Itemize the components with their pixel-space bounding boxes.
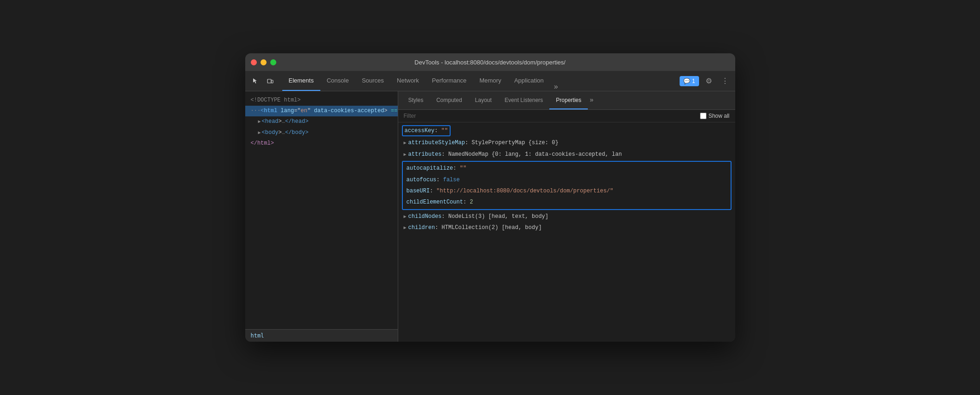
prop-access-key[interactable]: accessKey: "": [398, 124, 735, 137]
tab-network[interactable]: Network: [390, 71, 426, 91]
tab-overflow[interactable]: »: [550, 83, 562, 91]
access-key-highlight: accessKey: "": [402, 125, 451, 136]
left-panel: <!DOCTYPE html> ···<html lang="en" data-…: [245, 91, 398, 342]
breadcrumb-bar: html: [245, 329, 398, 342]
maximize-button[interactable]: [270, 59, 276, 65]
cursor-icon: [252, 77, 259, 85]
filter-bar: Show all: [398, 110, 735, 122]
prop-child-element-count[interactable]: childElementCount: 2: [405, 197, 729, 208]
tab-performance[interactable]: Performance: [426, 71, 473, 91]
sub-tab-list: Styles Computed Layout Event Listeners P…: [398, 91, 735, 110]
filter-input[interactable]: [404, 113, 697, 119]
devtools-toolbar: Elements Console Sources Network Perform…: [245, 71, 735, 91]
devtools-window: DevTools - localhost:8080/docs/devtools/…: [245, 53, 735, 342]
right-panel: Styles Computed Layout Event Listeners P…: [398, 91, 735, 342]
toolbar-right: 💬 1 ⚙ ⋮: [680, 75, 732, 87]
prop-attributes[interactable]: ▶attributes: NamedNodeMap {0: lang, 1: d…: [398, 149, 735, 160]
notification-button[interactable]: 💬 1: [680, 76, 699, 86]
props-content: accessKey: "" ▶attributeStyleMap: StyleP…: [398, 122, 735, 342]
prop-baseuri[interactable]: baseURI: "http://localhost:8080/docs/dev…: [405, 185, 729, 197]
device-icon-btn[interactable]: [264, 75, 277, 88]
main-tab-list: Elements Console Sources Network Perform…: [282, 71, 678, 91]
prop-child-nodes[interactable]: ▶childNodes: NodeList(3) [head, text, bo…: [398, 211, 735, 222]
tab-application[interactable]: Application: [508, 71, 550, 91]
window-title: DevTools - localhost:8080/docs/devtools/…: [414, 59, 566, 66]
sub-tab-overflow[interactable]: »: [588, 96, 595, 104]
toolbar-icons: [249, 75, 277, 88]
close-button[interactable]: [251, 59, 257, 65]
traffic-lights: [251, 59, 276, 65]
prop-autocapitalize[interactable]: autocapitalize: "": [405, 163, 729, 174]
dom-doctype: <!DOCTYPE html>: [245, 95, 398, 106]
notification-icon: 💬: [683, 78, 690, 84]
breadcrumb[interactable]: html: [251, 332, 264, 339]
dom-html-tag[interactable]: ···<html lang="en" data-cookies-accepted…: [245, 106, 398, 116]
dom-body[interactable]: ▶<body>…</body>: [253, 127, 398, 138]
title-bar: DevTools - localhost:8080/docs/devtools/…: [245, 53, 735, 71]
dom-head[interactable]: ▶<head>…</head>: [253, 116, 398, 127]
main-content: <!DOCTYPE html> ···<html lang="en" data-…: [245, 91, 735, 342]
tab-sources[interactable]: Sources: [355, 71, 390, 91]
prop-children[interactable]: ▶children: HTMLCollection(2) [head, body…: [398, 222, 735, 233]
prop-autofocus[interactable]: autofocus: false: [405, 174, 729, 185]
more-button[interactable]: ⋮: [719, 75, 732, 87]
minimize-button[interactable]: [261, 59, 267, 65]
sub-tab-event-listeners[interactable]: Event Listeners: [498, 91, 550, 109]
dom-html-close: </html>: [245, 138, 398, 149]
sub-tab-layout[interactable]: Layout: [469, 91, 498, 109]
sub-tab-styles[interactable]: Styles: [402, 91, 430, 109]
prop-attribute-style-map[interactable]: ▶attributeStyleMap: StylePropertyMap {si…: [398, 137, 735, 148]
tab-elements[interactable]: Elements: [282, 71, 320, 91]
show-all-label: Show all: [700, 113, 729, 119]
svg-rect-0: [267, 79, 271, 83]
sub-tab-properties[interactable]: Properties: [549, 91, 588, 109]
inspector-icon-btn[interactable]: [249, 75, 262, 88]
dom-tree: <!DOCTYPE html> ···<html lang="en" data-…: [245, 91, 398, 329]
show-all-checkbox[interactable]: [700, 113, 706, 119]
svg-rect-1: [271, 80, 273, 83]
notification-count: 1: [692, 78, 695, 84]
device-icon: [267, 77, 274, 85]
tab-console[interactable]: Console: [320, 71, 356, 91]
group-highlight-box: autocapitalize: "" autofocus: false base…: [402, 161, 732, 210]
sub-tab-computed[interactable]: Computed: [430, 91, 468, 109]
tab-memory[interactable]: Memory: [473, 71, 508, 91]
settings-button[interactable]: ⚙: [703, 75, 715, 87]
